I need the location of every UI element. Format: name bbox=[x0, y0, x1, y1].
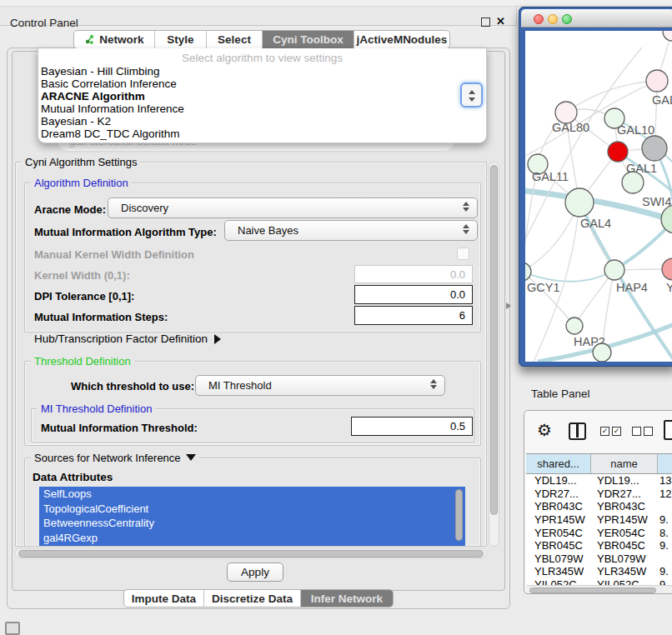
table-cell: YER054C bbox=[591, 527, 658, 539]
network-node-gal1[interactable] bbox=[642, 136, 667, 161]
table-row[interactable]: YBL079WYBL079W bbox=[526, 552, 672, 566]
table-row[interactable]: YER054CYER054C8. bbox=[526, 526, 672, 539]
network-node[interactable] bbox=[663, 31, 672, 41]
network-node-swi4[interactable] bbox=[622, 172, 644, 193]
algorithm-dropdown-placeholder: Select algorithm to view settings bbox=[38, 48, 486, 65]
table-hscrollbar-thumb[interactable] bbox=[529, 588, 656, 593]
apply-button[interactable]: Apply bbox=[227, 562, 283, 582]
table-column-header[interactable]: name bbox=[591, 454, 658, 473]
table-row[interactable]: YBR045CYBR045C9. bbox=[526, 539, 672, 552]
network-node[interactable] bbox=[593, 343, 611, 362]
table-column-header[interactable]: shared... bbox=[526, 454, 591, 473]
network-node[interactable] bbox=[661, 205, 672, 233]
combo-stepper-icon bbox=[463, 224, 469, 234]
aracne-mode-label: Aracne Mode: bbox=[34, 203, 106, 216]
close-panel-icon[interactable]: ✕ bbox=[496, 15, 505, 28]
settings-vscrollbar-thumb[interactable] bbox=[490, 165, 498, 515]
table-cell: YBR043C bbox=[591, 500, 658, 512]
attribute-list-scrollbar[interactable] bbox=[455, 489, 463, 541]
expanded-arrow-icon bbox=[186, 454, 196, 461]
data-attribute-item[interactable]: SelfLoops bbox=[39, 487, 465, 502]
table-row[interactable]: YBR043CYBR043C bbox=[526, 500, 672, 513]
tab-jactivemnodules[interactable]: jActiveMNodules bbox=[354, 31, 449, 48]
table-rows: YDL19...YDL19...13YDR27...YDR27...12YBR0… bbox=[526, 474, 672, 585]
zoom-window-button[interactable] bbox=[562, 14, 572, 24]
tab-discretize-data[interactable]: Discretize Data bbox=[204, 590, 301, 607]
network-graph: GALGAL80GAL10GAL1SWI4GAL11GAL4GCY1HAP4YH… bbox=[525, 31, 672, 362]
network-node[interactable] bbox=[608, 142, 628, 162]
table-row[interactable]: YDR27...YDR27...12 bbox=[526, 488, 672, 501]
network-canvas[interactable]: GALGAL80GAL10GAL1SWI4GAL11GAL4GCY1HAP4YH… bbox=[525, 31, 672, 362]
network-view-window: GALGAL80GAL10GAL1SWI4GAL11GAL4GCY1HAP4YH… bbox=[519, 7, 672, 367]
network-window-titlebar[interactable] bbox=[521, 9, 672, 28]
column-layout-icon[interactable] bbox=[569, 422, 586, 440]
network-node-gal[interactable] bbox=[646, 70, 668, 92]
algorithm-option[interactable]: Bayesian - K2 bbox=[38, 115, 486, 128]
network-node-hap2[interactable] bbox=[566, 318, 583, 334]
table-cell: YIL052C bbox=[591, 578, 658, 585]
kernel-width-input[interactable]: 0.0 bbox=[354, 265, 473, 283]
algorithm-option[interactable]: ARACNE Algorithm bbox=[38, 90, 486, 102]
tab-select[interactable]: Select bbox=[207, 31, 263, 48]
manual-kernel-label: Manual Kernel Width Definition bbox=[34, 248, 194, 261]
which-threshold-select[interactable]: MI Threshold bbox=[195, 375, 445, 396]
minimized-panel-icon[interactable] bbox=[5, 622, 20, 635]
table-cell: YBR043C bbox=[526, 500, 591, 512]
table-cell: 9 bbox=[658, 578, 672, 585]
table-settings-gear-icon[interactable]: ⚙ bbox=[537, 420, 552, 440]
table-cell: YBL079W bbox=[526, 552, 591, 565]
aracne-mode-select[interactable]: Discovery bbox=[108, 198, 478, 218]
table-row[interactable]: YIL052CYIL052C9 bbox=[526, 578, 672, 585]
tab-infer-network[interactable]: Infer Network bbox=[301, 590, 393, 607]
data-attribute-item[interactable]: gal4RGexp bbox=[39, 531, 465, 546]
tab-cyni-toolbox[interactable]: Cyni Toolbox bbox=[263, 31, 354, 48]
table-cell: YER054C bbox=[526, 527, 591, 539]
tab-style[interactable]: Style bbox=[155, 31, 207, 48]
table-row[interactable]: YDL19...YDL19...13 bbox=[526, 474, 672, 488]
algorithm-combo-stepper[interactable] bbox=[460, 82, 483, 108]
select-all-columns-icon[interactable]: ✓ ✓ bbox=[600, 427, 621, 436]
minimize-window-button[interactable] bbox=[548, 14, 558, 24]
tab-impute-data[interactable]: Impute Data bbox=[124, 590, 204, 607]
mi-threshold-input[interactable]: 0.5 bbox=[351, 417, 473, 436]
data-attributes-list[interactable]: SelfLoopsTopologicalCoefficientBetweenne… bbox=[39, 487, 465, 547]
tab-label: Discretize Data bbox=[212, 592, 293, 605]
table-row[interactable]: YLR345WYLR345W9. bbox=[526, 565, 672, 578]
hub-definition-toggle[interactable]: Hub/Transcription Factor Definition bbox=[34, 332, 221, 345]
network-node-gal4[interactable] bbox=[565, 188, 594, 217]
table-cell: YLR345W bbox=[591, 565, 658, 578]
mi-threshold-group-title: MI Threshold Definition bbox=[38, 402, 155, 415]
algorithm-option[interactable]: Bayesian - Hill Climbing bbox=[38, 65, 486, 78]
network-node-hap4[interactable] bbox=[604, 260, 624, 280]
float-panel-icon[interactable] bbox=[481, 18, 490, 27]
cyni-mode-tabbar: Impute DataDiscretize DataInfer Network bbox=[123, 589, 394, 608]
data-attribute-item[interactable]: TopologicalCoefficient bbox=[39, 502, 465, 517]
data-attribute-item[interactable]: BetweennessCentrality bbox=[39, 516, 465, 531]
network-tab-icon bbox=[84, 34, 95, 45]
algorithm-option[interactable]: Basic Correlation Inference bbox=[38, 78, 486, 90]
table-header-row: shared...name bbox=[526, 453, 672, 474]
node-label: HAP4 bbox=[616, 281, 648, 294]
algorithm-option[interactable]: Mutual Information Inference bbox=[38, 102, 486, 115]
node-label: SWI4 bbox=[642, 195, 671, 208]
dpi-tolerance-input[interactable]: 0.0 bbox=[354, 285, 473, 304]
export-table-icon[interactable] bbox=[664, 420, 672, 440]
mi-algorithm-type-select[interactable]: Naive Bayes bbox=[224, 220, 478, 241]
table-cell: YDR27... bbox=[591, 488, 658, 500]
deselect-all-columns-icon[interactable] bbox=[632, 427, 653, 436]
close-window-button[interactable] bbox=[534, 14, 544, 24]
node-label: GCY1 bbox=[527, 281, 560, 294]
algorithm-option[interactable]: Dream8 DC_TDC Algorithm bbox=[38, 128, 486, 140]
table-row[interactable]: YPR145WYPR145W9. bbox=[526, 513, 672, 527]
table-column-header[interactable] bbox=[658, 454, 672, 473]
tab-network[interactable]: Network bbox=[74, 31, 155, 48]
sources-group-title[interactable]: Sources for Network Inference bbox=[31, 452, 199, 464]
settings-hscrollbar-thumb[interactable] bbox=[18, 550, 484, 558]
node-label: GAL11 bbox=[532, 170, 569, 183]
mi-steps-input[interactable]: 6 bbox=[354, 306, 473, 325]
network-node-y[interactable] bbox=[662, 258, 672, 280]
top-strip bbox=[0, 0, 672, 7]
manual-kernel-checkbox[interactable] bbox=[457, 248, 469, 260]
table-hscrollbar[interactable] bbox=[527, 585, 672, 593]
splitter-arrow-icon[interactable] bbox=[506, 302, 511, 309]
